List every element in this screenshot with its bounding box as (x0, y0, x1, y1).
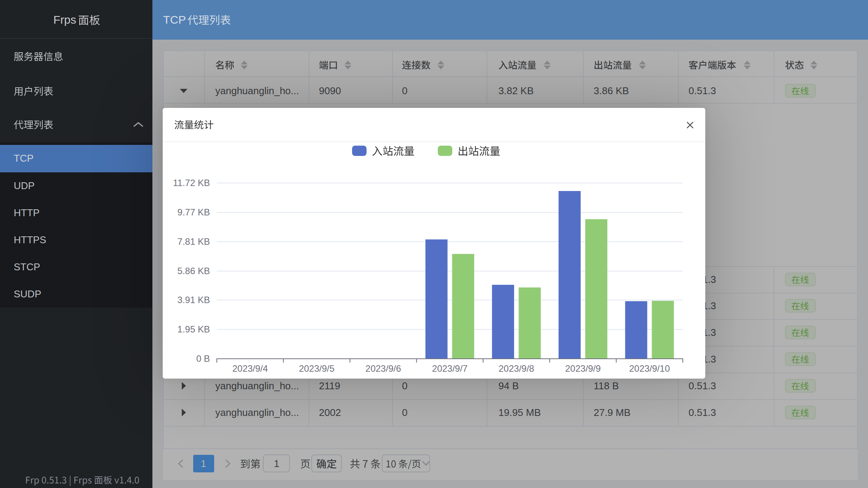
svg-text:0 B: 0 B (196, 353, 210, 364)
svg-text:1.95 KB: 1.95 KB (178, 324, 210, 334)
svg-text:2023/9/8: 2023/9/8 (498, 363, 534, 374)
svg-text:5.86 KB: 5.86 KB (178, 266, 210, 276)
svg-text:3.91 KB: 3.91 KB (178, 295, 210, 305)
svg-text:2023/9/4: 2023/9/4 (232, 363, 268, 374)
svg-text:2023/9/10: 2023/9/10 (629, 363, 670, 374)
svg-text:11.72 KB: 11.72 KB (173, 178, 210, 188)
svg-text:2023/9/5: 2023/9/5 (299, 363, 334, 374)
svg-text:2023/9/6: 2023/9/6 (365, 363, 401, 374)
svg-text:2023/9/9: 2023/9/9 (565, 363, 601, 374)
svg-text:2023/9/7: 2023/9/7 (432, 363, 468, 374)
svg-text:9.77 KB: 9.77 KB (178, 207, 210, 217)
svg-text:7.81 KB: 7.81 KB (178, 236, 210, 247)
